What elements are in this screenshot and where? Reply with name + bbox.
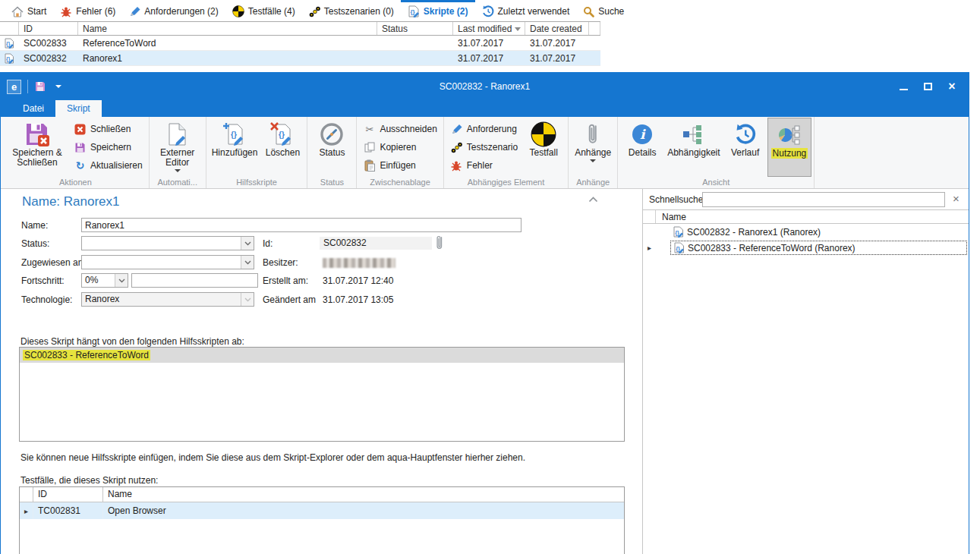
helper-script-name: SC002833 - ReferenceToWord <box>23 350 150 360</box>
progress-select[interactable]: 0% <box>81 273 128 288</box>
nav-item-fehler[interactable]: Fehler (6) <box>53 0 122 20</box>
window-titlebar[interactable]: e SC002832 - Ranorex1 × <box>1 73 969 100</box>
row-id: SC002833 <box>19 38 78 49</box>
dependency-tree-icon <box>682 121 705 148</box>
close-script-button[interactable]: Schließen <box>71 121 145 137</box>
column-header-last-modified[interactable]: Last modified <box>453 22 525 35</box>
cut-button[interactable]: ✂ Ausschneiden <box>361 121 439 137</box>
status-value <box>82 237 241 250</box>
add-helper-script-button[interactable]: {} Hinzufügen <box>209 118 261 177</box>
external-editor-icon <box>167 121 188 148</box>
save-and-close-button[interactable]: Speichern & Schließen <box>5 118 70 177</box>
usage-table-label: Testfälle, die dieses Skript nutzen: <box>20 475 158 486</box>
list-item[interactable]: SC002833 - ReferenceToWord <box>20 348 624 363</box>
save-icon <box>74 142 87 153</box>
nav-item-label: Zuletzt verwendet <box>498 6 570 17</box>
nav-item-testszenarien[interactable]: Testszenarien (0) <box>302 0 401 20</box>
abhaengigkeit-button[interactable]: Abhängigkeit <box>664 118 723 177</box>
column-header-id[interactable]: ID <box>33 487 103 502</box>
dropdown-icon <box>590 159 596 162</box>
script-icon: {} <box>408 5 420 17</box>
details-button[interactable]: i Details <box>620 118 664 177</box>
collapse-section-button[interactable] <box>588 197 598 203</box>
status-button[interactable]: Status <box>310 118 354 177</box>
scenario-icon <box>309 6 320 17</box>
table-row[interactable]: {} SC002832 Ranorex1 31.07.2017 31.07.20… <box>0 51 600 66</box>
refresh-button[interactable]: ↻ Aktualisieren <box>71 158 145 173</box>
app-icon: e <box>7 80 21 94</box>
progress-field[interactable] <box>131 273 258 288</box>
assigned-select[interactable] <box>81 255 254 269</box>
testfall-button[interactable]: Testfall <box>522 118 566 177</box>
save-button[interactable]: Speichern <box>71 140 145 155</box>
name-field[interactable] <box>81 218 522 232</box>
id-paperclip-icon[interactable] <box>435 235 444 251</box>
column-header-status[interactable]: Status <box>377 22 453 35</box>
nav-item-testfaelle[interactable]: Testfälle (4) <box>225 0 302 20</box>
dependencies-label: Dieses Skript hängt von den folgenden Hi… <box>20 336 244 347</box>
nutzung-button[interactable]: Nutzung <box>767 118 812 177</box>
window-content: Name: Ranorex1 Name: Status: Id: SC00283… <box>1 189 969 554</box>
status-select[interactable] <box>81 236 254 250</box>
row-selector: ▸ <box>643 244 656 252</box>
bug-icon <box>450 160 463 172</box>
created-label: Erstellt am: <box>263 275 308 286</box>
button-label: Status <box>319 148 345 158</box>
scissors-icon: ✂ <box>363 124 376 135</box>
scripts-grid: ID Name Status Last modified Date create… <box>0 21 600 66</box>
close-button[interactable]: × <box>940 73 964 100</box>
ribbon-group-label: Automati... <box>152 177 203 188</box>
ribbon-group-label: Hilfsskripte <box>209 177 305 188</box>
icon-column-header[interactable] <box>0 22 19 35</box>
row-id: SC002832 <box>19 53 78 64</box>
column-header-id[interactable]: ID <box>19 22 78 35</box>
table-row[interactable]: {} SC002833 ReferenceToWord 31.07.2017 3… <box>0 36 600 51</box>
column-header-name[interactable]: Name <box>78 22 377 35</box>
column-header-date-created[interactable]: Date created <box>525 22 589 35</box>
testszenario-button[interactable]: Testszenario <box>448 140 520 155</box>
nav-item-zuletzt-verwendet[interactable]: Zuletzt verwendet <box>475 0 577 20</box>
paste-button[interactable]: Einfügen <box>361 158 439 173</box>
progress-label: Fortschritt: <box>21 275 65 286</box>
nav-item-start[interactable]: Start <box>5 0 53 20</box>
quick-search-label: Schnellsuche <box>649 194 703 205</box>
row-last-modified: 31.07.2017 <box>453 38 525 49</box>
tree-row[interactable]: ▸ {} SC002833 - ReferenceToWord (Ranorex… <box>643 240 969 256</box>
nav-item-skripte[interactable]: {} Skripte (2) <box>401 0 475 20</box>
quick-save-icon[interactable] <box>34 80 46 93</box>
copy-button[interactable]: Kopieren <box>361 140 439 155</box>
external-editor-button[interactable]: Externer Editor <box>152 118 203 177</box>
usage-icon <box>778 121 801 149</box>
drag-hint-text: Sie können neue Hilfsskripte einfügen, i… <box>20 452 525 463</box>
chevron-down-icon <box>241 293 254 306</box>
anhaenge-button[interactable]: Anhänge <box>571 118 615 177</box>
minimize-button[interactable] <box>891 73 915 100</box>
id-value: SC002832 <box>320 237 432 250</box>
column-header-name[interactable]: Name <box>103 487 624 502</box>
quick-search-input[interactable] <box>702 192 945 207</box>
button-label: Verlauf <box>731 148 759 158</box>
verlauf-button[interactable]: Verlauf <box>723 118 767 177</box>
nav-item-suche[interactable]: Suche <box>576 0 631 20</box>
table-row[interactable]: ▸ TC002831 Open Browser <box>20 502 624 519</box>
clear-search-icon[interactable]: × <box>953 193 960 204</box>
delete-helper-script-button[interactable]: {} Löschen <box>260 118 304 177</box>
row-name: Open Browser <box>103 502 624 519</box>
tab-datei[interactable]: Datei <box>11 100 55 117</box>
tree-item-label: SC002832 - Ranorex1 (Ranorex) <box>687 227 821 238</box>
fehler-button[interactable]: Fehler <box>448 158 520 173</box>
maximize-button[interactable] <box>915 73 940 100</box>
anforderung-button[interactable]: Anforderung <box>448 121 520 137</box>
progress-value: 0% <box>82 274 115 287</box>
svg-text:{}: {} <box>231 131 237 139</box>
created-value: 31.07.2017 12:40 <box>323 275 393 286</box>
tree-row[interactable]: {} SC002832 - Ranorex1 (Ranorex) <box>643 224 969 240</box>
nav-item-anforderungen[interactable]: Anforderungen (2) <box>122 0 225 20</box>
owner-label: Besitzer: <box>263 257 298 268</box>
tab-skript[interactable]: Skript <box>55 100 102 117</box>
qat-dropdown-icon[interactable] <box>55 85 61 88</box>
chevron-down-icon <box>241 237 254 250</box>
column-header-name[interactable]: Name <box>656 210 692 223</box>
history-icon <box>482 5 494 17</box>
pencil-icon <box>450 124 463 135</box>
